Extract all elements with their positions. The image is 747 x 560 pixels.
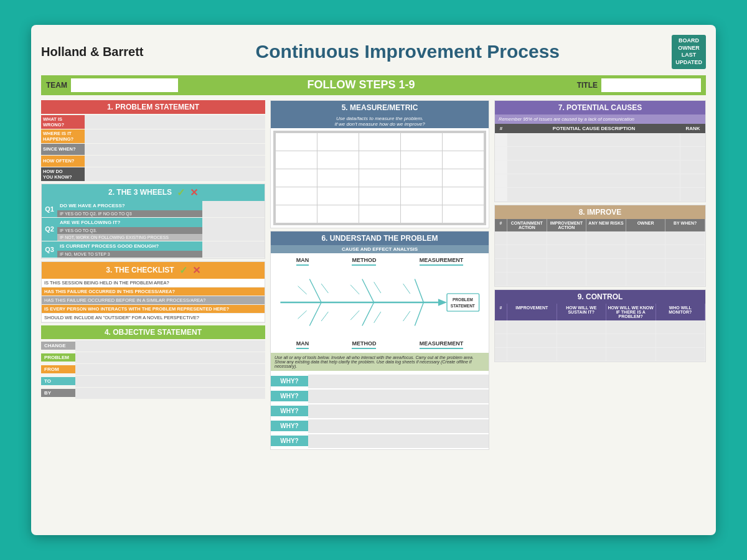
ctrl-know-2[interactable] (606, 334, 656, 347)
imp-improve-4[interactable] (547, 273, 587, 286)
fb-label-meas-bot: MEASUREMENT (420, 340, 464, 349)
imp-bywhen-2[interactable] (665, 245, 705, 258)
ps-input-5[interactable] (85, 167, 265, 181)
measure-cell[interactable] (443, 187, 484, 205)
title-input[interactable] (601, 78, 701, 92)
obj-by-input[interactable] (75, 388, 265, 399)
measure-cell[interactable] (359, 133, 400, 151)
imp-improve-1[interactable] (547, 231, 587, 245)
pot-rank-2[interactable] (680, 147, 705, 160)
pot-desc-4[interactable] (507, 174, 680, 187)
ctrl-know-3[interactable] (606, 348, 656, 361)
imp-bywhen-3[interactable] (665, 259, 705, 272)
ctrl-know-1[interactable] (606, 320, 656, 334)
obj-problem-input[interactable] (75, 352, 265, 363)
pot-rank-5[interactable] (680, 188, 705, 201)
ctrl-sustain-3[interactable] (557, 348, 607, 361)
why-section: WHY? WHY? WHY? WHY? (271, 375, 489, 448)
measure-cell[interactable] (276, 205, 317, 223)
imp-contain-1[interactable] (507, 231, 547, 245)
q3-sub: IF NO, MOVE TO STEP 3 (57, 251, 202, 258)
why-row-2: WHY? (271, 390, 489, 403)
obj-from: FROM (41, 364, 265, 375)
imp-bywhen-1[interactable] (665, 231, 705, 245)
team-input[interactable] (71, 78, 178, 92)
why-input-2[interactable] (308, 390, 489, 403)
why-input-1[interactable] (308, 375, 489, 388)
imp-risks-3[interactable] (586, 259, 626, 272)
imp-risks-4[interactable] (586, 273, 626, 286)
measure-cell[interactable] (276, 151, 317, 169)
imp-risks-2[interactable] (586, 245, 626, 258)
ctrl-monitor-3[interactable] (656, 348, 706, 361)
x-icon: ✕ (190, 187, 198, 198)
q1-input[interactable] (202, 201, 265, 217)
ctrl-improve-2[interactable] (507, 334, 557, 347)
ps-input-4[interactable] (85, 156, 265, 167)
ctrl-monitor-2[interactable] (656, 334, 706, 347)
pot-desc-2[interactable] (507, 147, 680, 160)
imp-contain-3[interactable] (507, 259, 547, 272)
measure-cell[interactable] (317, 205, 359, 223)
ps-input-1[interactable] (85, 115, 265, 129)
why-input-4[interactable] (308, 419, 489, 433)
pot-rank-1[interactable] (680, 133, 705, 146)
pot-desc-1[interactable] (507, 133, 680, 146)
measure-cell[interactable] (276, 133, 317, 151)
measure-cell[interactable] (401, 169, 442, 187)
measure-cell[interactable] (359, 151, 400, 169)
measure-cell[interactable] (401, 205, 442, 223)
step7-header: 7. POTENTIAL CAUSES (495, 101, 705, 114)
measure-cell[interactable] (443, 133, 484, 151)
imp-owner-3[interactable] (626, 259, 666, 272)
measure-cell[interactable] (401, 151, 442, 169)
imp-risks-1[interactable] (586, 231, 626, 245)
measure-cell[interactable] (401, 187, 442, 205)
measure-cell[interactable] (276, 169, 317, 187)
measure-cell[interactable] (359, 187, 400, 205)
measure-cell[interactable] (276, 187, 317, 205)
imp-owner-1[interactable] (626, 231, 666, 245)
measure-cell[interactable] (317, 151, 359, 169)
pot-rank-3[interactable] (680, 161, 705, 174)
measure-cell[interactable] (359, 169, 400, 187)
q2-input[interactable] (202, 218, 265, 241)
pot-hash-2 (495, 147, 507, 160)
ctrl-improve-1[interactable] (507, 320, 557, 334)
ctrl-improve-3[interactable] (507, 348, 557, 361)
imp-owner-4[interactable] (626, 273, 666, 286)
ctrl-sustain-1[interactable] (557, 320, 607, 334)
pot-desc-3[interactable] (507, 161, 680, 174)
imp-improve-3[interactable] (547, 259, 587, 272)
measure-cell[interactable] (317, 169, 359, 187)
ctrl-monitor-1[interactable] (656, 320, 706, 334)
measure-cell[interactable] (443, 205, 484, 223)
ps-input-3[interactable] (85, 144, 265, 155)
step5-sub: Use data/facts to measure the problem.If… (271, 114, 489, 128)
obj-from-input[interactable] (75, 364, 265, 375)
imp-contain-4[interactable] (507, 273, 547, 286)
imp-contain-2[interactable] (507, 245, 547, 258)
imp-bywhen-4[interactable] (665, 273, 705, 286)
pot-desc-5[interactable] (507, 188, 680, 201)
measure-cell[interactable] (359, 205, 400, 223)
q2-sub: IF YES GO TO Q3. (57, 227, 202, 234)
imp-owner-2[interactable] (626, 245, 666, 258)
measure-cell[interactable] (317, 133, 359, 151)
team-section: TEAM (41, 78, 178, 92)
why-input-3[interactable] (308, 404, 489, 418)
ps-input-2[interactable] (85, 129, 265, 143)
obj-to-input[interactable] (75, 376, 265, 387)
why-input-5[interactable] (308, 434, 489, 448)
svg-line-12 (321, 284, 328, 293)
ctrl-sustain-2[interactable] (557, 334, 607, 347)
q3-input[interactable] (202, 241, 265, 258)
obj-change-input[interactable] (75, 340, 265, 352)
measure-cell[interactable] (317, 187, 359, 205)
measure-cell[interactable] (443, 151, 484, 169)
imp-improve-2[interactable] (547, 245, 587, 258)
measure-cell[interactable] (443, 169, 484, 187)
measure-cell[interactable] (401, 133, 442, 151)
pot-rank-4[interactable] (680, 174, 705, 187)
obj-by-label: BY (41, 389, 75, 397)
